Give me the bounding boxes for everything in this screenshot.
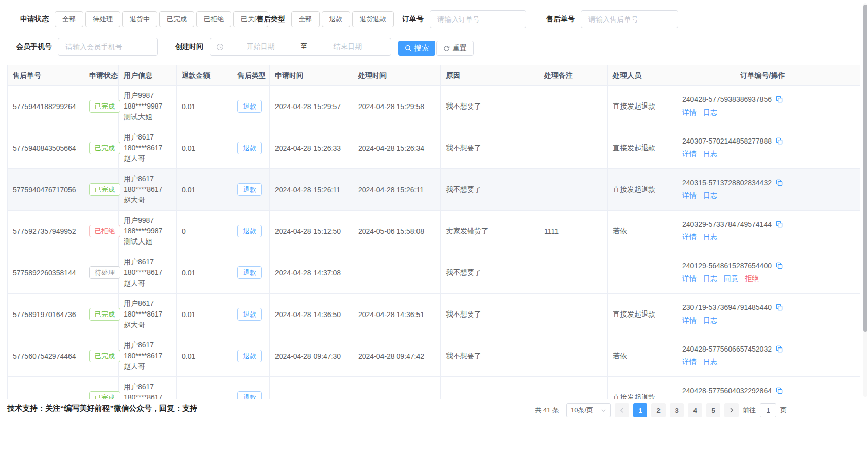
action-link-日志[interactable]: 日志 [703, 274, 717, 283]
order-no-input[interactable] [430, 10, 526, 28]
action-link-详情[interactable]: 详情 [682, 233, 697, 241]
cell-handler: 若依 [608, 335, 665, 377]
date-range-picker[interactable]: 开始日期 至 结束日期 [210, 38, 391, 56]
page-button-3[interactable]: 3 [670, 403, 684, 417]
user-info-line: 180****8617 [124, 267, 171, 278]
copy-document-icon[interactable] [775, 179, 783, 187]
table-row: 5775944188299264已完成用户9987188****9987测试大姐… [8, 86, 861, 127]
status-badge: 已完成 [89, 308, 120, 321]
copy-document-icon[interactable] [775, 95, 783, 103]
cell-handler: 直接发起退款 [608, 294, 665, 335]
type-filter-button[interactable]: 全部 [291, 11, 320, 27]
user-info-line: 180****8617 [124, 143, 171, 153]
aftersale-no-input[interactable] [581, 10, 678, 28]
action-link-详情[interactable]: 详情 [682, 150, 697, 158]
cell-reason: 卖家发错货了 [441, 211, 539, 252]
create-time-label: 创建时间 [175, 42, 203, 51]
row-actions: 详情日志 [682, 316, 855, 325]
column-header-aftersale-no: 售后单号 [8, 65, 84, 86]
pagination-total: 共 41 条 [535, 406, 559, 415]
status-filter-button[interactable]: 已拒绝 [196, 11, 231, 27]
type-filter-button[interactable]: 退款 [322, 11, 350, 27]
scrollbar-thumb[interactable] [863, 5, 867, 332]
action-link-日志[interactable]: 日志 [703, 358, 717, 366]
row-actions: 详情日志 [682, 233, 855, 242]
reset-button[interactable]: 重置 [436, 41, 474, 56]
copy-document-icon[interactable] [775, 303, 783, 311]
cell-aftersale-no: 5775940476717056 [8, 169, 84, 211]
cell-user-info: 用户9987188****9987测试大姐 [119, 86, 177, 127]
cell-aftersale-no: 5775891970164736 [8, 294, 84, 335]
action-link-详情[interactable]: 详情 [682, 274, 697, 283]
type-badge: 退款 [237, 142, 262, 154]
page-size-select[interactable]: 10条/页 [566, 403, 611, 417]
order-no-text: 240307-5702144858277888 [682, 137, 772, 145]
user-info-line: 188****9987 [124, 101, 171, 112]
next-page-button[interactable] [724, 403, 739, 417]
member-phone-input[interactable] [58, 38, 158, 56]
order-no-line: 240315-5713728802834432 [682, 179, 855, 187]
copy-document-icon[interactable] [775, 387, 783, 395]
cell-apply-time [270, 377, 353, 399]
chevron-down-icon [601, 408, 606, 413]
cell-aftersale-no [8, 377, 84, 399]
refresh-icon [443, 45, 450, 52]
action-link-日志[interactable]: 日志 [703, 233, 717, 241]
user-info-line: 用户8617 [124, 173, 171, 184]
column-header-status: 申请状态 [84, 65, 119, 86]
type-badge: 退款 [237, 266, 262, 279]
goto-page-input[interactable] [760, 403, 776, 417]
search-button[interactable]: 搜索 [398, 41, 435, 56]
prev-page-button[interactable] [615, 403, 629, 417]
cell-type: 退款 [232, 169, 270, 211]
action-link-详情[interactable]: 详情 [682, 316, 697, 324]
cell-aftersale-no: 5775927357949952 [8, 211, 84, 252]
status-filter-button[interactable]: 待处理 [85, 11, 120, 27]
vertical-scrollbar[interactable] [863, 3, 867, 397]
type-badge: 退款 [237, 183, 262, 196]
type-badge: 退款 [237, 350, 262, 362]
table-row: 5775940843505664已完成用户8617180****8617赵大哥0… [8, 127, 861, 169]
cell-handler: 若依 [608, 211, 665, 252]
cell-type: 退款 [232, 211, 270, 252]
cell-status: 已拒绝 [84, 211, 119, 252]
action-link-详情[interactable]: 详情 [682, 358, 697, 366]
page-button-5[interactable]: 5 [706, 403, 720, 417]
status-filter-group: 申请状态 全部待处理退货中已完成已拒绝已关闭 [20, 10, 270, 28]
date-range-separator: 至 [298, 42, 311, 51]
row-actions: 详情日志 [682, 191, 855, 200]
type-filter-buttons: 全部退款退货退款 [291, 11, 396, 27]
page-button-1[interactable]: 1 [633, 403, 647, 417]
copy-document-icon[interactable] [775, 345, 783, 353]
action-link-详情[interactable]: 详情 [682, 191, 697, 199]
copy-document-icon[interactable] [775, 137, 783, 145]
end-date-placeholder[interactable]: 结束日期 [311, 42, 385, 51]
cell-order-op: 240129-5648615287654400详情日志同意拒绝 [665, 252, 861, 294]
page-button-4[interactable]: 4 [688, 403, 702, 417]
cell-handle-time: 2024-05-06 15:58:08 [353, 211, 441, 252]
start-date-placeholder[interactable]: 开始日期 [224, 42, 298, 51]
copy-document-icon[interactable] [775, 220, 783, 228]
member-phone-label: 会员手机号 [16, 42, 52, 51]
status-filter-button[interactable]: 全部 [55, 11, 83, 27]
type-filter-button[interactable]: 退货退款 [352, 11, 394, 27]
action-link-详情[interactable]: 详情 [682, 108, 697, 116]
action-link-日志[interactable]: 日志 [703, 108, 717, 116]
copy-document-icon[interactable] [775, 262, 783, 270]
cell-refund-amount: 0.01 [177, 86, 232, 127]
aftersale-no-label: 售后单号 [546, 15, 575, 24]
user-info-line: 180****8617 [124, 351, 171, 361]
table-row: 已完成用户8617180****8617赵大哥退款直接发起退款240428-57… [8, 377, 861, 399]
action-link-拒绝[interactable]: 拒绝 [745, 274, 759, 283]
chevron-right-icon [728, 407, 735, 413]
cell-reason: 我不想要了 [441, 335, 539, 377]
action-link-同意[interactable]: 同意 [724, 274, 738, 283]
action-link-日志[interactable]: 日志 [703, 316, 717, 324]
action-link-日志[interactable]: 日志 [703, 191, 717, 199]
cell-order-op: 240428-5775606657452032详情日志 [665, 335, 861, 377]
status-filter-button[interactable]: 退货中 [122, 11, 157, 27]
action-link-日志[interactable]: 日志 [703, 150, 717, 158]
cell-status: 已完成 [84, 335, 119, 377]
status-filter-button[interactable]: 已完成 [159, 11, 194, 27]
page-button-2[interactable]: 2 [651, 403, 666, 417]
